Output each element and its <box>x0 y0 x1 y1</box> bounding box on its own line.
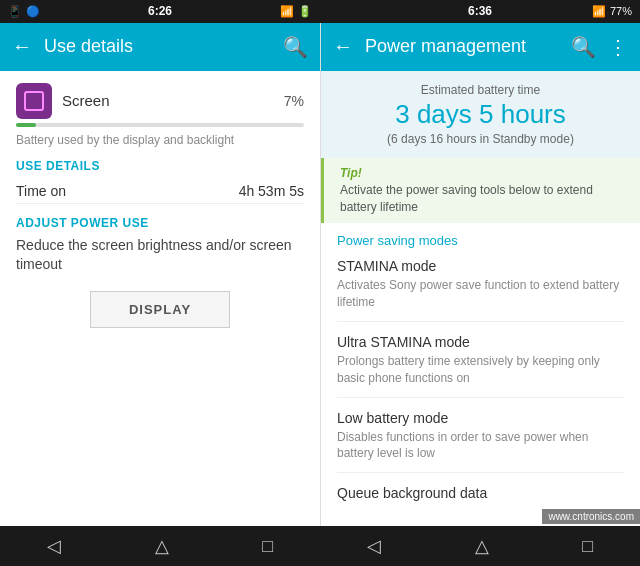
screen-item: Screen 7% Battery used by the display an… <box>16 83 304 147</box>
ultra-stamina-mode-name: Ultra STAMINA mode <box>337 334 624 350</box>
battery-icon-left: 🔋 <box>298 5 312 18</box>
signal-icon-right: 📶 <box>592 5 606 18</box>
right-header: ← Power management 🔍 ⋮ <box>321 23 640 71</box>
low-battery-mode-name: Low battery mode <box>337 410 624 426</box>
estimated-label: Estimated battery time <box>337 83 624 97</box>
display-button[interactable]: DISPLAY <box>90 291 230 328</box>
queue-bg-data-name: Queue background data <box>337 485 624 501</box>
bottom-navigation: ◁ △ □ ◁ △ □ <box>0 526 640 566</box>
stamina-mode-desc: Activates Sony power save function to ex… <box>337 277 624 311</box>
right-status-bar: 6:36 📶 77% <box>320 0 640 23</box>
stamina-mode-item[interactable]: STAMINA mode Activates Sony power save f… <box>337 258 624 322</box>
battery-time-main: 3 days 5 hours <box>337 99 624 130</box>
time-on-row: Time on 4h 53m 5s <box>16 179 304 204</box>
watermark: www.cntronics.com <box>542 509 640 524</box>
time-on-value: 4h 53m 5s <box>239 183 304 199</box>
sim-icon: 📱 <box>8 5 22 18</box>
progress-bar-bg <box>16 123 304 127</box>
right-back-nav-button[interactable]: ◁ <box>359 527 389 565</box>
progress-bar-fill <box>16 123 36 127</box>
left-home-button[interactable]: △ <box>147 527 177 565</box>
left-status-bar: 📱 🔵 6:26 📶 🔋 <box>0 0 320 23</box>
ultra-stamina-mode-item[interactable]: Ultra STAMINA mode Prolongs battery time… <box>337 334 624 398</box>
screen-description: Battery used by the display and backligh… <box>16 133 304 147</box>
right-time: 6:36 <box>468 4 492 18</box>
use-details-label: USE DETAILS <box>16 159 304 173</box>
right-content: Estimated battery time 3 days 5 hours (6… <box>321 71 640 526</box>
right-recent-button[interactable]: □ <box>574 528 601 565</box>
tip-title: Tip! <box>340 166 624 180</box>
right-more-button[interactable]: ⋮ <box>608 35 628 59</box>
screen-percent: 7% <box>284 93 304 109</box>
battery-time-sub: (6 days 16 hours in Standby mode) <box>337 132 624 146</box>
adjust-power-text: Reduce the screen brightness and/or scre… <box>16 236 304 275</box>
screen-app-icon <box>16 83 52 119</box>
low-battery-mode-item[interactable]: Low battery mode Disables functions in o… <box>337 410 624 474</box>
screen-icon-inner <box>24 91 44 111</box>
screen-name: Screen <box>62 92 284 109</box>
power-saving-title: Power saving modes <box>337 233 624 248</box>
time-on-label: Time on <box>16 183 66 199</box>
ultra-stamina-mode-desc: Prolongs battery time extensively by kee… <box>337 353 624 387</box>
left-nav: ◁ △ □ <box>0 526 320 566</box>
tip-box: Tip! Activate the power saving tools bel… <box>321 158 640 224</box>
left-time: 6:26 <box>148 4 172 18</box>
left-back-nav-button[interactable]: ◁ <box>39 527 69 565</box>
battery-percent: 77% <box>610 5 632 17</box>
right-home-button[interactable]: △ <box>467 527 497 565</box>
left-content: Screen 7% Battery used by the display an… <box>0 71 320 526</box>
signal-icon: 📶 <box>280 5 294 18</box>
left-back-button[interactable]: ← <box>12 35 32 58</box>
left-recent-button[interactable]: □ <box>254 528 281 565</box>
battery-time-box: Estimated battery time 3 days 5 hours (6… <box>321 71 640 158</box>
right-panel: ← Power management 🔍 ⋮ Estimated battery… <box>320 23 640 526</box>
adjust-power-label: ADJUST POWER USE <box>16 216 304 230</box>
right-nav: ◁ △ □ <box>320 526 640 566</box>
power-saving-section: Power saving modes STAMINA mode Activate… <box>321 223 640 514</box>
left-panel: ← Use details 🔍 Screen 7% Bat <box>0 23 320 526</box>
left-panel-title: Use details <box>44 36 271 57</box>
tip-text: Activate the power saving tools below to… <box>340 182 624 216</box>
right-panel-title: Power management <box>365 36 559 57</box>
left-search-button[interactable]: 🔍 <box>283 35 308 59</box>
right-search-button[interactable]: 🔍 <box>571 35 596 59</box>
stamina-mode-name: STAMINA mode <box>337 258 624 274</box>
low-battery-mode-desc: Disables functions in order to save powe… <box>337 429 624 463</box>
bluetooth-icon: 🔵 <box>26 5 40 18</box>
right-back-button[interactable]: ← <box>333 35 353 58</box>
left-header: ← Use details 🔍 <box>0 23 320 71</box>
screen-item-row: Screen 7% <box>16 83 304 119</box>
